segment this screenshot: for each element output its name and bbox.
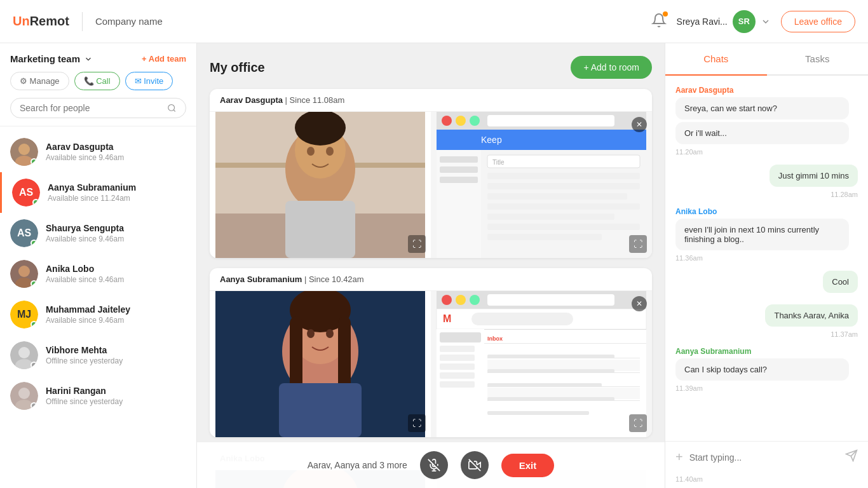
- invite-button[interactable]: ✉ Invite: [125, 72, 173, 90]
- search-input[interactable]: [20, 103, 162, 113]
- list-item[interactable]: Vibhore Mehta Offilne since yesterday: [0, 335, 196, 376]
- svg-rect-34: [440, 166, 478, 173]
- chat-sender: Aanya Subramanium: [675, 347, 858, 356]
- call-button[interactable]: 📞 Call: [74, 72, 120, 90]
- member-status: Offilne since yesterday: [46, 397, 186, 406]
- member-info: Vibhore Mehta Offilne since yesterday: [46, 345, 186, 365]
- company-name: Company name: [95, 16, 163, 27]
- chat-timestamp: 11.39am: [675, 384, 858, 392]
- list-item[interactable]: Anika Lobo Available since 9.46am: [0, 254, 196, 294]
- message-group: Aanya Subramanium Can I skip todays call…: [675, 347, 858, 392]
- notification-bell[interactable]: [651, 13, 667, 30]
- member-name: Shaurya Sengupta: [46, 223, 186, 233]
- svg-rect-26: [442, 116, 452, 126]
- member-status: Available since 9.46am: [46, 275, 186, 284]
- add-attachment-button[interactable]: +: [675, 450, 683, 464]
- chat-bubble-sent: Cool: [823, 271, 858, 293]
- notification-dot: [663, 11, 668, 17]
- chat-bubble: even I'll join in next 10 mins currently…: [675, 219, 849, 250]
- svg-rect-39: [487, 183, 640, 189]
- svg-point-53: [307, 329, 315, 338]
- team-name[interactable]: Marketing team: [10, 53, 93, 64]
- search-icon: [167, 103, 177, 113]
- svg-rect-74: [484, 343, 646, 344]
- svg-rect-60: [487, 294, 614, 306]
- expand-icon[interactable]: ⛶: [408, 414, 426, 432]
- screen-share: Keep Title: [431, 112, 652, 258]
- svg-rect-63: [471, 313, 573, 325]
- status-dot: [31, 402, 37, 409]
- svg-point-23: [326, 147, 334, 156]
- avatar: AS: [10, 219, 38, 247]
- svg-rect-35: [440, 177, 478, 183]
- svg-rect-21: [285, 201, 355, 258]
- tab-chats[interactable]: Chats: [665, 43, 767, 76]
- office-title: My office: [210, 60, 265, 75]
- close-screen-icon[interactable]: ✕: [632, 296, 647, 311]
- leave-office-button[interactable]: Leave office: [781, 11, 855, 32]
- svg-point-6: [18, 266, 30, 277]
- send-icon: [845, 449, 858, 462]
- mute-button[interactable]: [420, 451, 448, 479]
- svg-rect-42: [487, 214, 614, 220]
- chat-messages: Aarav Dasgupta Sreya, can we start now? …: [665, 76, 868, 441]
- svg-rect-40: [487, 193, 627, 200]
- svg-point-9: [18, 347, 30, 358]
- svg-rect-68: [440, 363, 475, 370]
- svg-rect-83: [487, 386, 640, 387]
- card-screens: ⛶ M: [210, 291, 652, 437]
- list-item[interactable]: Harini Rangan Offilne since yesterday: [0, 376, 196, 416]
- add-to-room-button[interactable]: + Add to room: [571, 56, 652, 79]
- list-item[interactable]: Aarav Dasgupta Available since 9.46am: [0, 132, 196, 172]
- expand-icon[interactable]: ⛶: [408, 235, 426, 253]
- close-screen-icon[interactable]: ✕: [632, 117, 647, 132]
- svg-rect-28: [470, 116, 480, 126]
- message-group: Thanks Aarav, Anika 11.37am: [675, 304, 858, 338]
- screen-share-feed: Keep Title: [431, 112, 652, 258]
- svg-rect-57: [442, 295, 452, 305]
- video-off-button[interactable]: [461, 451, 489, 479]
- send-button[interactable]: [845, 449, 858, 465]
- chat-bubble-sent: Just gimmi 10 mins: [770, 165, 858, 187]
- logo-un: Un: [13, 14, 30, 28]
- svg-rect-65: [440, 332, 481, 342]
- list-item[interactable]: AS Shaurya Sengupta Available since 9.46…: [0, 213, 196, 254]
- member-status: Available since 9.46am: [46, 316, 186, 325]
- svg-rect-72: [484, 329, 646, 330]
- expand-icon[interactable]: ⛶: [629, 414, 647, 432]
- list-item[interactable]: AS Aanya Subramanium Available since 11.…: [0, 172, 196, 213]
- card-name: Aarav Dasgupta: [220, 95, 283, 105]
- status-dot: [32, 199, 39, 206]
- list-item[interactable]: MJ Muhammad Jaiteley Available since 9.4…: [0, 294, 196, 335]
- team-selector: Marketing team + Add team: [10, 53, 186, 64]
- card-since: Since 10.42am: [309, 274, 364, 284]
- member-card: Aanya Subramanium | Since 10.42am: [210, 268, 652, 437]
- chat-input[interactable]: [689, 452, 839, 463]
- member-name: Aarav Dasgupta: [46, 142, 186, 152]
- team-chevron-icon: [84, 55, 93, 64]
- svg-rect-59: [470, 295, 480, 305]
- member-status: Available since 9.46am: [46, 234, 186, 243]
- manage-button[interactable]: ⚙ Manage: [10, 72, 69, 90]
- member-info: Muhammad Jaiteley Available since 9.46am: [46, 304, 186, 325]
- status-dot: [31, 240, 37, 247]
- member-info: Aarav Dasgupta Available since 9.46am: [46, 142, 186, 162]
- user-name: Sreya Ravi...: [677, 17, 728, 27]
- svg-rect-29: [487, 115, 614, 126]
- add-team-button[interactable]: + Add team: [142, 54, 186, 64]
- exit-button[interactable]: Exit: [501, 454, 555, 477]
- search-box[interactable]: [10, 98, 186, 118]
- chat-input-area[interactable]: +: [665, 441, 868, 473]
- svg-rect-50: [290, 316, 302, 393]
- svg-point-54: [326, 329, 334, 338]
- user-info[interactable]: Sreya Ravi... SR: [677, 10, 771, 33]
- member-card: Aarav Dasgupta | Since 11.08am: [210, 89, 652, 258]
- members-list: Aarav Dasgupta Available since 9.46am AS…: [0, 126, 196, 488]
- svg-point-0: [168, 105, 175, 111]
- tab-tasks[interactable]: Tasks: [767, 43, 869, 74]
- avatar: MJ: [10, 301, 38, 329]
- expand-icon[interactable]: ⛶: [629, 235, 647, 253]
- member-info: Aanya Subramanium Available since 11.24a…: [48, 182, 186, 203]
- action-buttons: ⚙ Manage 📞 Call ✉ Invite: [10, 72, 186, 90]
- svg-rect-67: [440, 355, 475, 361]
